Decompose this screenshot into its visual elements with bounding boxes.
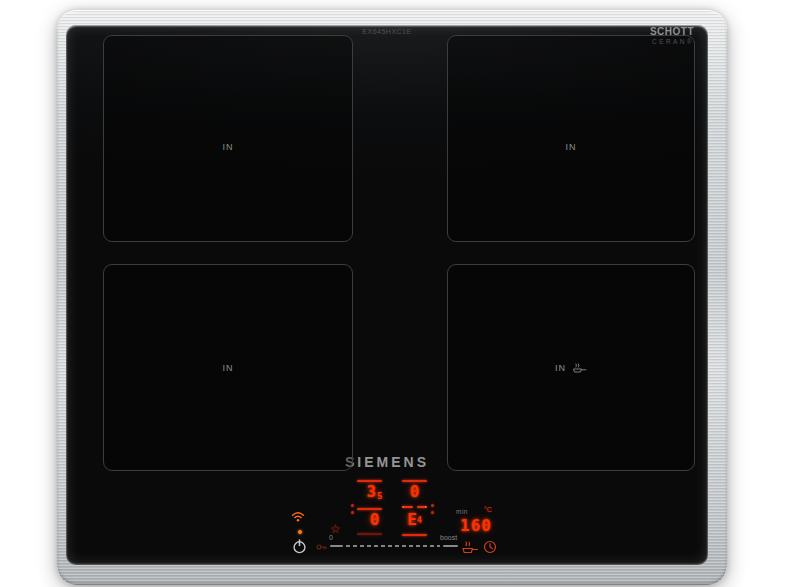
power-level-digit: 0: [410, 482, 420, 501]
product-photo: EX645HXC1E SCHOTT CERAN® SIEMENS IN IN I…: [0, 0, 786, 587]
power-level-digit: 0: [370, 510, 380, 529]
zone-select-indicator-right: [431, 504, 434, 518]
frying-sensor-button[interactable]: [461, 541, 479, 554]
childlock-key-icon[interactable]: [316, 542, 327, 552]
timer-clock-button[interactable]: [483, 540, 497, 554]
zone-select-indicator-left: [351, 504, 354, 518]
temperature-unit: °C: [484, 506, 492, 513]
zone-label: IN: [223, 142, 234, 152]
power-button[interactable]: [292, 539, 307, 554]
slider-min-label: 0: [329, 534, 333, 541]
zone-label: IN: [555, 363, 566, 373]
cooking-zone-front-left: IN: [103, 264, 353, 471]
power-level-half-step: 5: [377, 491, 382, 501]
power-level-digit: 3: [366, 482, 376, 501]
zone-line-front-right: [402, 534, 427, 536]
sensor-mode-glyph: E: [407, 510, 417, 529]
cooking-zone-front-right: IN: [447, 264, 695, 471]
display-front-left[interactable]: 0: [362, 512, 387, 528]
display-front-right[interactable]: E4: [402, 512, 427, 528]
display-back-right[interactable]: 0: [402, 484, 427, 500]
zone-line-front-left: [357, 533, 382, 535]
sensor-level: 4: [417, 516, 422, 525]
zone-label: IN: [223, 363, 234, 373]
temperature-display[interactable]: 160: [460, 518, 492, 534]
zone-label: IN: [566, 142, 577, 152]
power-touch-slider[interactable]: [330, 544, 458, 547]
flex-bridge-icon: [402, 506, 427, 508]
frying-sensor-icon: [572, 363, 587, 373]
timer-min-label: min: [456, 508, 468, 515]
slider-max-label: boost: [440, 534, 457, 541]
ceran-glass-surface: EX645HXC1E SCHOTT CERAN® SIEMENS IN IN I…: [66, 25, 708, 565]
status-led: [298, 530, 302, 534]
stainless-frame: EX645HXC1E SCHOTT CERAN® SIEMENS IN IN I…: [57, 10, 727, 585]
cooking-zone-back-left: IN: [103, 35, 353, 242]
cooking-zone-back-right: IN: [447, 35, 695, 242]
model-number-text: EX645HXC1E: [66, 28, 708, 35]
wifi-icon: [291, 511, 305, 522]
display-back-left[interactable]: 35: [362, 484, 387, 501]
